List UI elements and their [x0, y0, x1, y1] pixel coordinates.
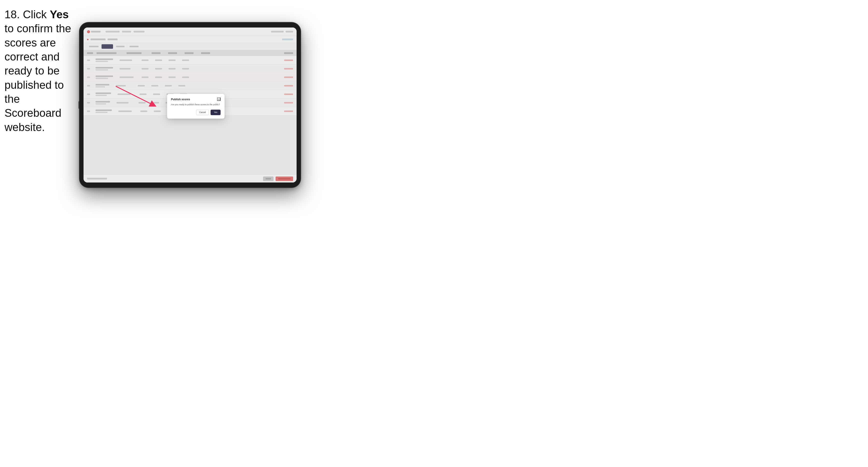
tablet-side-button	[79, 101, 80, 109]
dialog-title: Publish scores	[171, 98, 190, 101]
tablet-device: Publish scores ✕ Are you ready to publis…	[80, 23, 301, 187]
instruction-text: 18. Click Yes to confirm the scores are …	[4, 8, 71, 133]
app-ui: Publish scores ✕ Are you ready to publis…	[84, 28, 297, 183]
dialog-yes-button[interactable]: Yes	[211, 110, 221, 115]
tablet-frame: Publish scores ✕ Are you ready to publis…	[80, 23, 301, 187]
dialog-message: Are you ready to publish these scores to…	[171, 103, 221, 106]
publish-scores-dialog: Publish scores ✕ Are you ready to publis…	[167, 94, 224, 119]
dialog-footer: Cancel Yes	[171, 110, 221, 115]
page-wrapper: 18. Click Yes to confirm the scores are …	[0, 0, 868, 467]
dialog-header: Publish scores ✕	[171, 97, 221, 101]
dialog-cancel-button[interactable]: Cancel	[196, 110, 209, 115]
dialog-close-button[interactable]: ✕	[217, 97, 221, 101]
tablet-screen: Publish scores ✕ Are you ready to publis…	[84, 28, 297, 183]
instruction-block: 18. Click Yes to confirm the scores are …	[4, 7, 77, 134]
